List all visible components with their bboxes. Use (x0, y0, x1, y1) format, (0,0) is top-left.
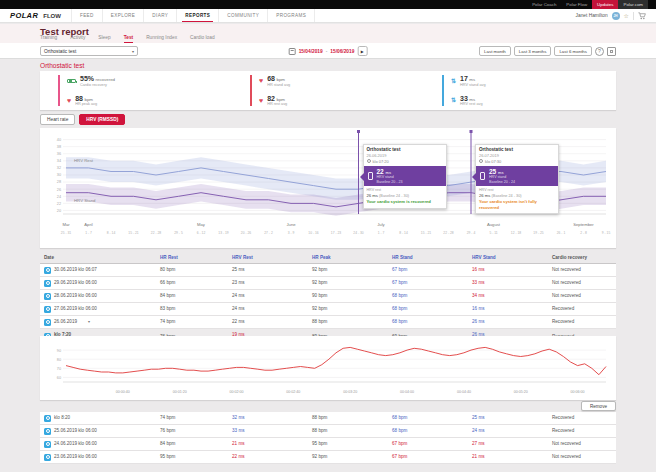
svg-text:28: 28 (57, 180, 61, 184)
help-icon[interactable]: ? (595, 47, 604, 56)
table-cell: 66 bpm (158, 277, 230, 290)
column-header: HR Peak (310, 252, 390, 264)
nav-item-reports[interactable]: REPORTS (176, 9, 218, 22)
table-cell: 32 ms (230, 412, 310, 425)
table-row[interactable]: 23.06.2019 klo 06:0095 bpm22 ms92 bpm67 … (40, 451, 616, 464)
cart-icon[interactable] (638, 12, 646, 20)
stat-label: HRV stand avg (460, 83, 485, 87)
date-from[interactable]: 15/04/2019 (299, 49, 323, 54)
table-cell: 92 bpm (310, 303, 390, 316)
table-cell: 22 ms (230, 316, 310, 329)
table-cell: 88 bpm (310, 412, 390, 425)
svg-text:20: 20 (57, 209, 61, 213)
cell-value: 23 ms (232, 280, 245, 285)
range-button-last-6-months[interactable]: Last 6 months (554, 46, 592, 56)
fullscreen-icon[interactable] (607, 47, 616, 56)
tooltip-banner: 22 ms HRV stand Baseline 20 - 23 (364, 166, 446, 187)
date-range: 15/04/2019 - 15/06/2019 ▶ (289, 46, 368, 56)
summary-stat: ♥88bpmHR peak avg (67, 95, 232, 107)
table-cell: 33 ms (230, 425, 310, 438)
row-date: 25.06.2019 klo 06:00 (54, 428, 97, 433)
svg-text:2 - 8: 2 - 8 (580, 231, 587, 235)
user-name[interactable]: Janet Hamilton (576, 13, 608, 18)
tab-activity[interactable]: Activity (70, 35, 85, 43)
stat-unit: bpm (276, 77, 285, 82)
calendar-icon[interactable] (289, 48, 296, 55)
cell-value: 24 ms (472, 428, 485, 433)
stat-value: 33 (460, 95, 468, 102)
table-cell: 88 bpm (310, 425, 390, 438)
table-cell: 21 ms (230, 438, 310, 451)
table-row[interactable]: 28.06.2019 klo 06:0084 bpm24 ms90 bpm68 … (40, 290, 616, 303)
nav-item-feed[interactable]: FEED (71, 9, 102, 22)
table-cell: 80 bpm (158, 264, 230, 277)
tab-running-index[interactable]: Running Index (146, 35, 177, 43)
table-cell: 26 ms (470, 316, 550, 329)
chevron-down-icon[interactable]: ▾ (88, 320, 90, 325)
polar-logo[interactable]: POLAR (10, 11, 38, 20)
clock-icon (479, 159, 483, 163)
svg-text:September: September (573, 222, 594, 227)
recovery-status: Not recovered (550, 264, 616, 277)
cell-value: 95 bpm (312, 441, 327, 446)
table-cell: 16 ms (470, 264, 550, 277)
device-icon (44, 267, 51, 274)
cell-value: 92 bpm (312, 306, 327, 311)
range-button-last-month[interactable]: Last month (479, 46, 511, 56)
star-icon[interactable]: ☆ (624, 13, 629, 19)
tab-training[interactable]: Training (40, 35, 57, 43)
svg-text:8 - 14: 8 - 14 (107, 231, 116, 235)
table-cell: 92 bpm (310, 277, 390, 290)
cell-value: 16 ms (472, 267, 485, 272)
table-cell: 76 bpm (158, 425, 230, 438)
svg-text:60: 60 (57, 376, 61, 380)
recovery-status: Recovered (550, 425, 616, 438)
table-row[interactable]: 27.06.2019 klo 06:0083 bpm24 ms92 bpm68 … (40, 303, 616, 316)
table-row[interactable]: 26.06.2019▾74 bpm22 ms88 bpm68 bpm26 msR… (40, 316, 616, 329)
svg-text:5 - 11: 5 - 11 (489, 231, 497, 235)
toggle-heart-rate[interactable]: Heart rate (40, 114, 75, 125)
table-cell: 27 ms (470, 438, 550, 451)
tab-test[interactable]: Test (124, 35, 134, 43)
device-icon (44, 306, 51, 313)
svg-text:17 - 23: 17 - 23 (331, 231, 341, 235)
test-type-select[interactable]: Orthostatic test ▾ (40, 46, 138, 56)
table-cell: 33 ms (470, 277, 550, 290)
date-cell: klo 8:20 (40, 412, 158, 425)
summary-column: ♥68bpmHR stand avg♥82bpmHR rest avg (250, 75, 424, 106)
tooltip-time: klo 07:20 (373, 159, 389, 164)
table-row[interactable]: 24.06.2019 klo 06:0084 bpm21 ms95 bpm67 … (40, 438, 616, 451)
hr-test-chart[interactable]: 6070809000:00:4000:01:2000:02:0000:02:40… (40, 336, 616, 400)
svg-text:Mar: Mar (62, 222, 70, 227)
table-row[interactable]: 29.06.2019 klo 06:0066 bpm23 ms92 bpm67 … (40, 277, 616, 290)
stat-label: HR rest avg (267, 102, 287, 106)
date-cell: 27.06.2019 klo 06:00 (40, 303, 158, 316)
table-row[interactable]: klo 8:2074 bpm32 ms88 bpm68 bpm25 msReco… (40, 412, 616, 425)
cell-value: 67 bpm (392, 280, 407, 285)
tab-sleep[interactable]: Sleep (98, 35, 110, 43)
range-button-last-3-months[interactable]: Last 3 months (514, 46, 552, 56)
tests-tbody-top: 30.06.2019 klo 06:0780 bpm25 ms92 bpm67 … (40, 264, 616, 345)
cell-value: 92 bpm (312, 454, 327, 459)
flow-brand[interactable]: FLOW (43, 13, 61, 19)
recovery-status: Not recovered (550, 451, 616, 464)
nav-item-programs[interactable]: PROGRAMS (267, 9, 315, 22)
nav-item-community[interactable]: COMMUNITY (218, 9, 267, 22)
tooltip-date: 26.07.2019 (479, 153, 555, 158)
date-to[interactable]: 15/06/2019 (330, 49, 354, 54)
nav-item-diary[interactable]: DIARY (143, 9, 176, 22)
tab-cardio-load[interactable]: Cardio load (190, 35, 215, 43)
topbar-link[interactable]: Polar.com (618, 0, 648, 9)
remove-button[interactable]: Remove (581, 401, 616, 411)
toggle-hrv-rmssd[interactable]: HRV (RMSSD) (79, 114, 125, 125)
avatar[interactable]: JH (612, 12, 620, 20)
topbar-link[interactable]: Polar Coach (527, 0, 561, 9)
nav-item-explore[interactable]: EXPLORE (102, 9, 144, 22)
recovery-status: Not recovered (550, 290, 616, 303)
table-row[interactable]: 30.06.2019 klo 06:0780 bpm25 ms92 bpm67 … (40, 264, 616, 277)
topbar-link[interactable]: Polar Flow (561, 0, 592, 9)
cell-value: 21 ms (472, 454, 485, 459)
next-period-button[interactable]: ▶ (357, 46, 367, 56)
topbar-link[interactable]: Updates (592, 0, 618, 9)
table-row[interactable]: 25.06.2019 klo 06:0076 bpm33 ms88 bpm68 … (40, 425, 616, 438)
